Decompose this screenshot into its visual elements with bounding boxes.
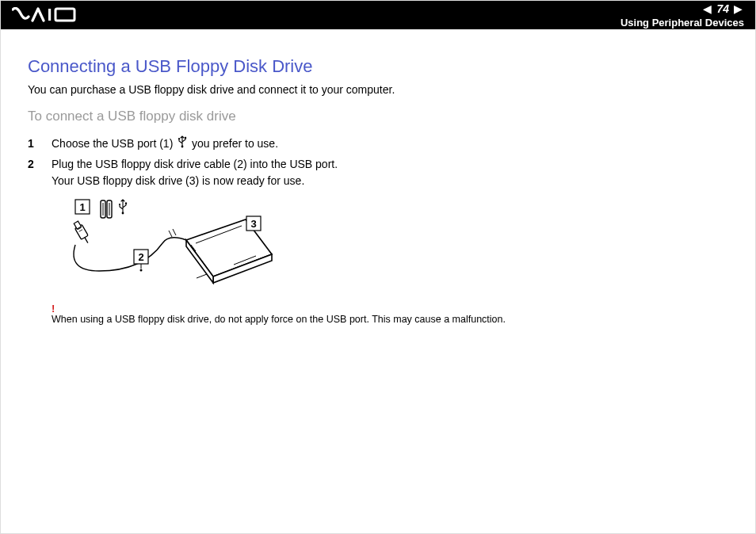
- intro-text: You can purchase a USB floppy disk drive…: [28, 83, 728, 96]
- header-right: ◀ 74 ▶ Using Peripheral Devices: [616, 2, 744, 29]
- svg-rect-11: [125, 203, 127, 204]
- prev-page-arrow[interactable]: ◀: [701, 3, 713, 14]
- svg-point-21: [140, 269, 143, 272]
- vaio-logo: [12, 7, 80, 23]
- svg-point-12: [122, 212, 124, 215]
- step-2-text-a: Plug the USB floppy disk drive cable (2)…: [52, 158, 338, 170]
- next-page-arrow[interactable]: ▶: [732, 3, 744, 14]
- svg-point-4: [181, 146, 184, 148]
- svg-rect-0: [48, 9, 51, 21]
- svg-point-2: [178, 138, 180, 139]
- diagram-label-1: 1: [79, 201, 85, 213]
- connection-diagram: 1: [52, 196, 728, 294]
- svg-line-19: [173, 229, 176, 235]
- svg-line-15: [85, 238, 88, 243]
- content-area: Connecting a USB Floppy Disk Drive You c…: [1, 29, 755, 325]
- sub-title: To connect a USB floppy disk drive: [28, 109, 728, 124]
- svg-rect-1: [55, 9, 74, 21]
- warning-icon: !: [52, 303, 728, 314]
- step-1-text-b: you prefer to use.: [189, 137, 278, 150]
- page-title: Connecting a USB Floppy Disk Drive: [28, 56, 728, 77]
- warning-text: When using a USB floppy disk drive, do n…: [52, 314, 506, 325]
- page-number: 74: [713, 2, 732, 15]
- step-1-text-a: Choose the USB port (1): [52, 137, 176, 150]
- svg-point-10: [119, 204, 120, 205]
- section-title: Using Peripheral Devices: [620, 17, 744, 29]
- step-1: Choose the USB port (1) you prefer to us…: [28, 135, 728, 153]
- diagram-label-2: 2: [138, 251, 143, 263]
- step-2-text-b: Your USB floppy disk drive (3) is now re…: [52, 174, 304, 187]
- diagram-label-3: 3: [250, 218, 256, 230]
- svg-line-18: [169, 231, 172, 237]
- svg-rect-3: [185, 137, 186, 139]
- step-list: Choose the USB port (1) you prefer to us…: [28, 135, 728, 189]
- step-2: Plug the USB floppy disk drive cable (2)…: [28, 156, 728, 189]
- usb-icon: [178, 135, 187, 153]
- warning-note: ! When using a USB floppy disk drive, do…: [52, 303, 728, 325]
- header-bar: ◀ 74 ▶ Using Peripheral Devices: [1, 1, 755, 29]
- page-container: ◀ 74 ▶ Using Peripheral Devices Connecti…: [0, 0, 756, 534]
